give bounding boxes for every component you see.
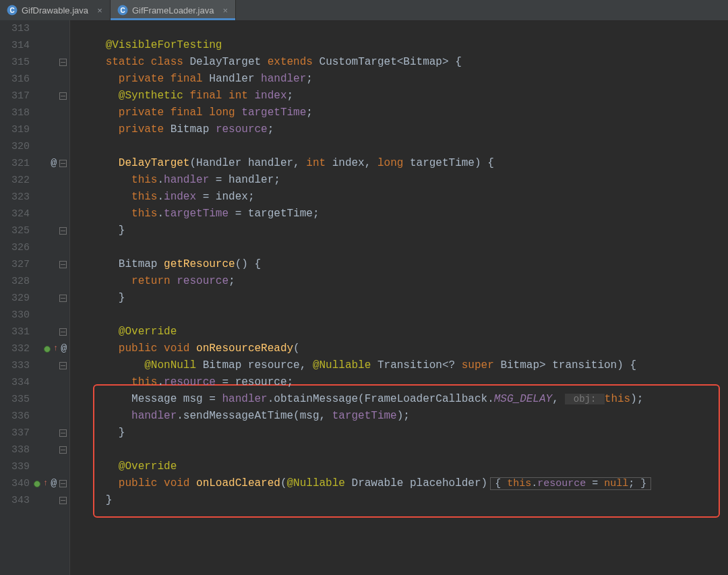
code-line[interactable]: @VisibleForTesting [80,37,728,54]
code-line[interactable]: private final Handler handler; [80,71,728,88]
code-line[interactable]: } [80,425,728,442]
code-line[interactable]: Message msg = handler.obtainMessage(Fram… [80,391,728,408]
gutter-row [34,222,69,239]
gutter-row [34,425,69,442]
code-line[interactable]: Bitmap getResource() { [80,256,728,273]
line-number: 332 [11,340,30,357]
gutter-row [34,442,69,458]
line-number: 325 [11,222,30,239]
up-arrow-icon: ↑ [53,340,58,357]
line-number: 338 [11,442,30,458]
line-numbers: 3133143153163173183193203213223233243253… [0,20,34,575]
line-number: 343 [11,492,30,509]
gutter-row: ↑@ [34,475,69,492]
line-number: 318 [11,104,30,121]
code-line[interactable]: } [80,222,728,239]
line-number: 321 [11,155,30,172]
fold-icon[interactable] [59,429,67,437]
code-line[interactable]: DelayTarget(Handler handler, int index, … [80,155,728,172]
gutter-row [34,408,69,425]
gutter-row [34,492,69,509]
gutter-row [34,273,69,290]
gutter: 3133143153163173183193203213223233243253… [0,20,70,575]
gutter-row [34,189,69,206]
line-number: 313 [11,20,30,37]
close-icon[interactable]: × [95,5,104,15]
gutter-row [34,256,69,273]
fold-icon[interactable] [59,160,67,167]
line-number: 339 [11,458,30,475]
up-arrow-icon: ↑ [43,475,48,492]
gutter-markers: @↑@↑@ [34,20,69,575]
code-line[interactable]: @NonNull Bitmap resource, @Nullable Tran… [80,357,728,374]
line-number: 316 [11,71,30,88]
gutter-row [34,324,69,340]
fold-icon[interactable] [59,295,67,302]
line-number: 336 [11,408,30,425]
fold-icon[interactable] [59,261,67,268]
line-number: 334 [11,374,30,391]
code-line[interactable]: this.targetTime = targetTime; [80,206,728,222]
fold-icon[interactable] [59,446,67,454]
code-line[interactable]: public void onLoadCleared(@Nullable Draw… [80,475,728,492]
code-line[interactable] [80,239,728,256]
fold-icon[interactable] [59,497,67,504]
fold-icon[interactable] [59,92,67,100]
line-number: 340 [11,475,30,492]
override-icon[interactable] [44,346,51,353]
line-number: 327 [11,256,30,273]
code-line[interactable]: private Bitmap resource; [80,121,728,138]
line-number: 315 [11,54,30,71]
fold-icon[interactable] [59,227,67,235]
line-number: 314 [11,37,30,54]
fold-icon[interactable] [59,480,67,487]
gutter-row [34,357,69,374]
line-number: 333 [11,357,30,374]
line-number: 331 [11,324,30,340]
code-line[interactable]: return resource; [80,273,728,290]
code-line[interactable]: static class DelayTarget extends CustomT… [80,54,728,71]
close-icon[interactable]: × [220,5,230,15]
gutter-row [34,121,69,138]
line-number: 317 [11,88,30,104]
java-file-icon: C [7,5,18,16]
gutter-row [34,54,69,71]
code-line[interactable]: } [80,492,728,509]
override-icon[interactable] [34,481,40,487]
code-line[interactable] [80,307,728,324]
code-line[interactable]: this.resource = resource; [80,374,728,391]
editor-area: 3133143153163173183193203213223233243253… [0,20,728,575]
code-line[interactable] [80,442,728,458]
code-line[interactable]: @Override [80,324,728,340]
code-line[interactable]: public void onResourceReady( [80,340,728,357]
gutter-row [34,307,69,324]
code-line[interactable]: this.index = index; [80,189,728,206]
code-line[interactable]: @Override [80,458,728,475]
code-line[interactable]: handler.sendMessageAtTime(msg, targetTim… [80,408,728,425]
line-number: 329 [11,290,30,307]
line-number: 319 [11,121,30,138]
code-editor[interactable]: @VisibleForTesting static class DelayTar… [70,20,728,575]
code-line[interactable]: private final long targetTime; [80,104,728,121]
line-number: 322 [11,172,30,189]
line-number: 328 [11,273,30,290]
code-line[interactable] [80,20,728,37]
at-icon: @ [51,155,57,172]
gutter-row: @ [34,155,69,172]
code-line[interactable]: } [80,290,728,307]
tab-gifdrawable[interactable]: C GifDrawable.java × [0,0,111,20]
tab-gifframeloader[interactable]: C GifFrameLoader.java × [111,0,236,20]
code-line[interactable] [80,138,728,155]
tab-label: GifFrameLoader.java [132,5,214,16]
line-number: 330 [11,307,30,324]
fold-icon[interactable] [59,59,67,66]
gutter-row [34,374,69,391]
at-icon: @ [51,475,57,492]
line-number: 326 [11,239,30,256]
fold-icon[interactable] [59,328,67,336]
gutter-row [34,290,69,307]
code-line[interactable]: this.handler = handler; [80,172,728,189]
gutter-row [34,37,69,54]
code-line[interactable]: @Synthetic final int index; [80,88,728,104]
fold-icon[interactable] [59,362,67,369]
